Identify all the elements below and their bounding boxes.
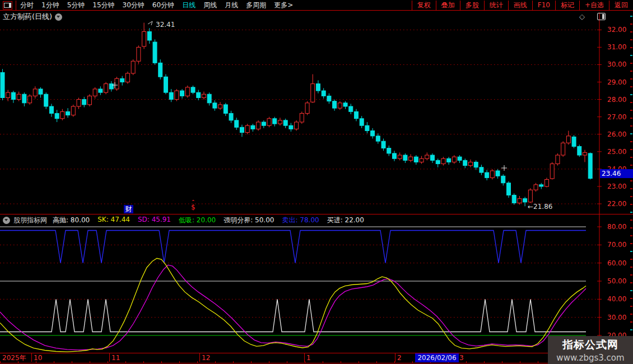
indicator-axis-label: 30.00 <box>607 314 626 321</box>
indicator-axis-label: 80.00 <box>607 223 626 231</box>
right-edge-strip <box>630 12 633 352</box>
trading-app-window: 分时1分钟5分钟15分钟30分钟60分钟日线周线月线多周期更多> 复权叠加多股统… <box>0 0 633 364</box>
price-axis-label: 27.00 <box>607 113 626 121</box>
earnings-marker[interactable]: 财 <box>124 205 133 213</box>
highlighted-date: 2026/02/06五 <box>415 353 459 362</box>
price-axis-label: 23.00 <box>607 183 626 190</box>
price-axis-label: 30.00 <box>607 60 626 68</box>
price-axis-label: 22.00 <box>607 200 626 208</box>
date-axis-separator <box>31 353 32 362</box>
date-axis-minor-ticks <box>0 361 633 363</box>
menu-item-tool[interactable]: 返回 <box>609 1 633 10</box>
price-axis-label: 32.00 <box>607 26 626 34</box>
indicator-axis-label: 60.00 <box>607 259 626 267</box>
date-axis-month-label: 10 <box>34 354 42 362</box>
sd-line <box>0 265 586 350</box>
indicator-param: 强弱分界: 50.00 <box>224 216 274 225</box>
menu-item-period[interactable]: 更多> <box>270 1 297 10</box>
page-title: 立方制药(日线) <box>3 12 52 22</box>
menu-item-tool[interactable]: 多股 <box>460 1 484 10</box>
title-chevron-down-icon[interactable] <box>55 13 62 21</box>
dividend-marker[interactable]: ˆ$ <box>191 200 196 210</box>
candlesticks <box>1 23 592 207</box>
indicator-header: 股朋指标网 高抛: 80.00SK: 47.44SD: 45.91低吸: 20.… <box>0 216 594 225</box>
menu-item-tool[interactable]: 标记 <box>555 1 579 10</box>
date-axis-month-label: 12 <box>202 354 210 362</box>
indicator-param: SK: 47.44 <box>97 216 130 225</box>
indicator-name: 股朋指标网 <box>13 216 47 225</box>
menu-item-tool[interactable]: 统计 <box>484 1 508 10</box>
date-axis-separator <box>395 353 395 362</box>
menu-item-period[interactable]: 15分钟 <box>89 1 118 10</box>
menu-item-period[interactable]: 5分钟 <box>63 1 89 10</box>
sell-signal-line <box>0 231 586 263</box>
date-axis-month-label: 3 <box>459 354 464 362</box>
period-menubar: 分时1分钟5分钟15分钟30分钟60分钟日线周线月线多周期更多> 复权叠加多股统… <box>0 0 633 11</box>
window-layout-icon[interactable] <box>3 1 12 10</box>
menu-item-tool[interactable]: +自选 <box>579 1 609 10</box>
high-price-annotation: 32.41 <box>156 21 175 29</box>
diamond-icon[interactable]: ◇ <box>579 12 585 21</box>
menu-item-tool[interactable]: 画线 <box>508 1 532 10</box>
menu-item-period[interactable]: 多周期 <box>242 1 270 10</box>
menu-item-tool[interactable]: F10 <box>532 1 555 10</box>
menu-item-period[interactable]: 周线 <box>199 1 221 10</box>
sk-line <box>0 258 586 352</box>
buy-signal-line <box>0 299 586 332</box>
watermark-url: www.zbgs3.com <box>556 353 624 363</box>
price-axis-label: 28.00 <box>607 96 626 104</box>
date-axis-month-label: 11 <box>111 354 120 362</box>
indicator-axis-label: 50.00 <box>607 277 626 285</box>
date-axis: 2025年 101112123 2026/02/06五 <box>0 353 633 363</box>
indicator-axis-label: 40.00 <box>607 295 626 303</box>
menu-item-period[interactable]: 1分钟 <box>38 1 63 10</box>
indicator-param: 买进: 22.00 <box>327 216 364 225</box>
last-price-badge: 23.46 <box>600 169 633 178</box>
indicator-param: 低吸: 20.00 <box>179 216 216 225</box>
menu-item-period[interactable]: 30分钟 <box>119 1 148 10</box>
menu-item-period[interactable]: 60分钟 <box>148 1 178 10</box>
indicator-axis-label: 70.00 <box>607 241 626 249</box>
price-axis-label: 26.00 <box>607 130 626 138</box>
low-price-annotation: ←21.86 <box>528 203 552 211</box>
price-axis-label: 29.00 <box>607 78 626 86</box>
menu-item-period[interactable]: 日线 <box>178 1 199 10</box>
indicator-param: 高抛: 80.00 <box>53 216 90 225</box>
watermark-title: 指标公式网 <box>562 338 618 352</box>
menu-item-tool[interactable]: 复权 <box>412 1 436 10</box>
date-axis-separator <box>199 353 200 362</box>
menu-item-period[interactable]: 月线 <box>221 1 242 10</box>
date-axis-month-label: 1 <box>306 354 311 362</box>
menu-item-period[interactable]: 分时 <box>16 1 38 10</box>
panel-toggle-icon[interactable] <box>597 13 606 20</box>
menu-item-tool[interactable]: 叠加 <box>436 1 460 10</box>
indicator-param: 卖出: 78.00 <box>282 216 319 225</box>
date-axis-separator <box>304 353 305 362</box>
date-axis-month-label: 2 <box>397 354 402 362</box>
price-axis-label: 25.00 <box>607 148 626 156</box>
indicator-canvas[interactable]: 80.0070.0060.0050.0040.0030.0020.00 <box>0 214 633 353</box>
price-axis-label: 31.00 <box>607 43 626 51</box>
watermark: 指标公式网 www.zbgs3.com <box>548 336 633 364</box>
date-axis-separator <box>109 353 110 362</box>
indicator-param: SD: 45.91 <box>138 216 171 225</box>
date-axis-year: 2025年 <box>2 354 26 362</box>
main-chart-canvas[interactable]: 32.0031.0030.0029.0028.0027.0026.0025.00… <box>0 11 633 214</box>
indicator-collapse-icon[interactable] <box>3 217 10 224</box>
